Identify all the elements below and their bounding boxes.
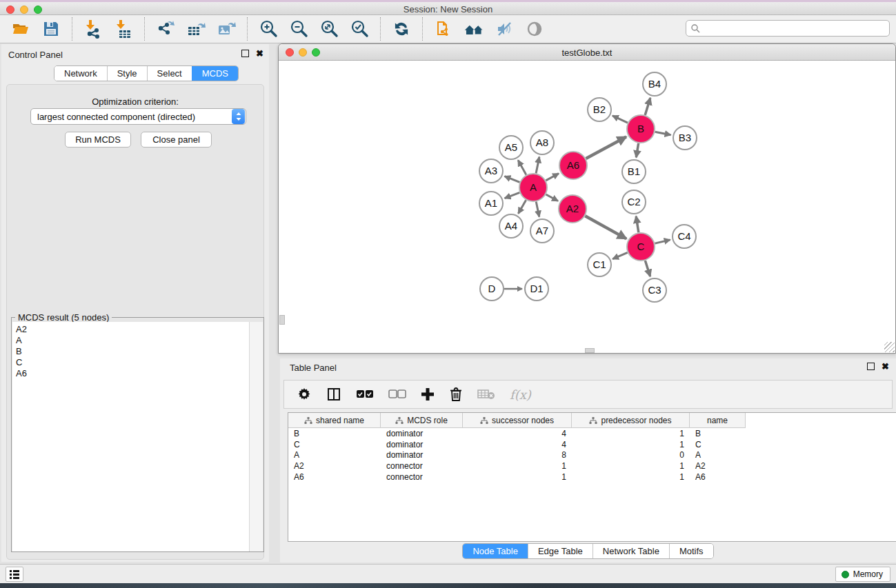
- node-A1[interactable]: A1: [479, 192, 503, 215]
- edge-A-A4[interactable]: [518, 200, 526, 214]
- home-icon[interactable]: [464, 19, 484, 39]
- edge-C-C2[interactable]: [636, 216, 639, 232]
- node-B4[interactable]: B4: [643, 72, 666, 96]
- node-C1[interactable]: C1: [588, 253, 611, 276]
- edge-A-A1[interactable]: [505, 192, 520, 198]
- close-panel-button[interactable]: Close panel: [141, 132, 212, 148]
- close-table-panel-icon[interactable]: ✖: [882, 363, 889, 370]
- node-A6[interactable]: A6: [559, 152, 587, 179]
- tab-network-table[interactable]: Network Table: [593, 544, 669, 558]
- edge-C-C4[interactable]: [655, 240, 670, 243]
- search-input[interactable]: [700, 23, 889, 33]
- run-mcds-button[interactable]: Run MCDS: [65, 132, 131, 148]
- mcds-result-item[interactable]: C: [16, 357, 250, 368]
- table-row[interactable]: Adominator80A: [288, 449, 896, 460]
- mcds-result-item[interactable]: B: [16, 346, 250, 357]
- column-header-predecessor-nodes[interactable]: predecessor nodes: [572, 413, 690, 428]
- tab-motifs[interactable]: Motifs: [669, 544, 713, 558]
- float-table-panel-icon[interactable]: [867, 363, 875, 370]
- close-panel-icon[interactable]: ✖: [256, 50, 263, 57]
- search-box[interactable]: [686, 20, 890, 37]
- edge-A-A5[interactable]: [518, 160, 526, 174]
- node-A4[interactable]: A4: [499, 214, 523, 238]
- edge-A-A3[interactable]: [505, 176, 520, 183]
- deselect-all-icon[interactable]: [388, 389, 406, 399]
- node-A2[interactable]: A2: [559, 195, 586, 223]
- float-panel-icon[interactable]: [241, 50, 249, 57]
- clone-network-icon[interactable]: [433, 19, 454, 39]
- edge-B-B2[interactable]: [613, 116, 628, 123]
- add-icon[interactable]: [421, 387, 435, 401]
- memory-button[interactable]: Memory: [835, 567, 890, 582]
- node-C2[interactable]: C2: [622, 190, 646, 214]
- network-canvas[interactable]: ABCA6A2A1A3A4A5A7A8B1B2B3B4C1C2C3C4DD1: [279, 61, 895, 353]
- tab-style[interactable]: Style: [107, 66, 147, 81]
- edge-C-C1[interactable]: [613, 252, 627, 258]
- zoom-fit-icon[interactable]: [319, 19, 339, 39]
- node-table[interactable]: shared nameMCDS rolesuccessor nodesprede…: [288, 412, 896, 542]
- resize-grip-icon[interactable]: [884, 342, 895, 352]
- hide-icon[interactable]: [494, 19, 515, 39]
- network-vscroll-nub[interactable]: [279, 315, 285, 325]
- edge-B-B3[interactable]: [655, 132, 671, 135]
- node-B2[interactable]: B2: [588, 98, 611, 121]
- edge-A-A6[interactable]: [546, 174, 559, 181]
- node-C4[interactable]: C4: [673, 225, 696, 248]
- task-history-button[interactable]: [6, 567, 23, 582]
- save-session-icon[interactable]: [41, 19, 61, 39]
- import-table-icon[interactable]: [113, 19, 134, 39]
- node-A5[interactable]: A5: [499, 136, 523, 159]
- node-B[interactable]: B: [627, 115, 655, 143]
- column-header-shared-name[interactable]: shared name: [288, 413, 381, 428]
- tab-network[interactable]: Network: [54, 66, 107, 81]
- node-C3[interactable]: C3: [643, 278, 666, 302]
- open-file-icon[interactable]: [10, 19, 31, 39]
- column-header-successor-nodes[interactable]: successor nodes: [463, 413, 572, 428]
- table-row[interactable]: A6connector11A6: [288, 472, 896, 483]
- tab-mcds[interactable]: MCDS: [192, 66, 238, 81]
- edge-A-A7[interactable]: [536, 202, 539, 217]
- zoom-selected-icon[interactable]: [349, 19, 370, 39]
- edge-B-B4[interactable]: [645, 98, 650, 115]
- columns-icon[interactable]: [326, 387, 341, 402]
- mcds-result-scrollbar[interactable]: [249, 322, 263, 551]
- edge-B-B1[interactable]: [636, 143, 638, 158]
- table-row[interactable]: Bdominator41B: [288, 428, 896, 439]
- export-table-icon[interactable]: [186, 19, 206, 39]
- edge-C-C3[interactable]: [645, 261, 650, 276]
- function-builder-icon[interactable]: f(x): [510, 387, 531, 402]
- mcds-result-item[interactable]: A6: [16, 368, 250, 379]
- export-network-icon[interactable]: [155, 19, 176, 39]
- node-D1[interactable]: D1: [525, 277, 548, 301]
- delete-table-icon[interactable]: [477, 388, 495, 401]
- export-image-icon[interactable]: [216, 19, 237, 39]
- column-header-MCDS-role[interactable]: MCDS role: [381, 413, 463, 428]
- node-C[interactable]: C: [627, 233, 655, 261]
- mcds-result-list[interactable]: A2ABCA6: [12, 322, 250, 551]
- node-D[interactable]: D: [480, 277, 504, 301]
- node-A[interactable]: A: [519, 174, 547, 201]
- mcds-result-item[interactable]: A: [16, 335, 250, 346]
- refresh-icon[interactable]: [391, 19, 412, 39]
- zoom-out-icon[interactable]: [288, 19, 309, 39]
- mcds-result-item[interactable]: A2: [16, 324, 250, 335]
- node-B1[interactable]: B1: [622, 160, 646, 183]
- gear-icon[interactable]: [297, 387, 312, 402]
- edge-A-A2[interactable]: [546, 194, 557, 201]
- tab-edge-table[interactable]: Edge Table: [528, 544, 593, 558]
- node-B3[interactable]: B3: [673, 126, 697, 150]
- edge-A6-B[interactable]: [586, 136, 626, 159]
- zoom-in-icon[interactable]: [258, 19, 279, 39]
- table-row[interactable]: A2connector11A2: [288, 460, 896, 472]
- network-hscroll-nub[interactable]: [585, 348, 595, 353]
- tab-node-table[interactable]: Node Table: [463, 544, 528, 558]
- node-A3[interactable]: A3: [479, 159, 503, 183]
- import-network-icon[interactable]: [83, 19, 103, 39]
- delete-icon[interactable]: [449, 387, 463, 402]
- edge-A2-C[interactable]: [585, 216, 626, 239]
- select-all-icon[interactable]: [356, 389, 374, 399]
- node-A7[interactable]: A7: [530, 219, 554, 243]
- node-A8[interactable]: A8: [530, 131, 554, 154]
- eye-icon[interactable]: [524, 19, 545, 39]
- criterion-dropdown[interactable]: largest connected component (directed): [30, 108, 246, 125]
